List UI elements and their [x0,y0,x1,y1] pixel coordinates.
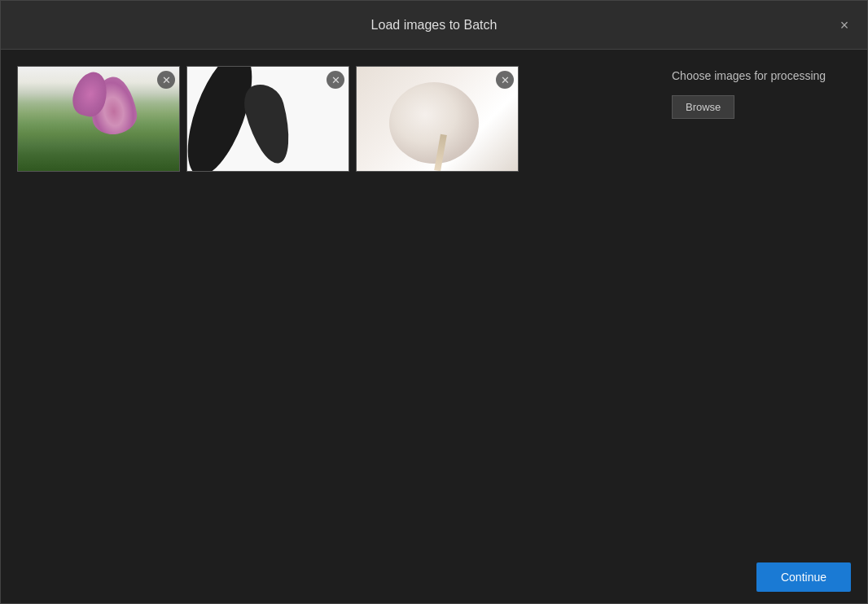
dialog-title: Load images to Batch [371,18,498,33]
thumbnail-wrapper: ✕ [356,66,519,172]
sidebar-instruction-label: Choose images for processing [672,69,851,82]
load-images-dialog: Load images to Batch × ✕ ✕ ✕ [0,0,868,604]
thumbnail-wrapper: ✕ [17,66,180,172]
browse-button[interactable]: Browse [672,95,734,119]
thumbnail-image-shadow [186,66,349,172]
thumbnail-image-tulip [17,66,180,172]
dialog-body: ✕ ✕ ✕ Choose images for processing Brows… [1,50,867,551]
sidebar: Choose images for processing Browse [672,66,851,535]
dialog-footer: Continue [1,551,867,603]
dialog-header: Load images to Batch × [1,1,867,50]
continue-button[interactable]: Continue [756,562,851,592]
thumbnail-wrapper: ✕ [186,66,349,172]
remove-image-button-1[interactable]: ✕ [157,71,175,89]
images-area: ✕ ✕ ✕ [17,66,647,535]
remove-image-button-3[interactable]: ✕ [496,71,514,89]
thumbnails-row: ✕ ✕ ✕ [17,66,647,172]
remove-image-button-2[interactable]: ✕ [327,71,344,89]
thumbnail-image-round [356,66,519,172]
dialog-close-button[interactable]: × [835,15,854,35]
